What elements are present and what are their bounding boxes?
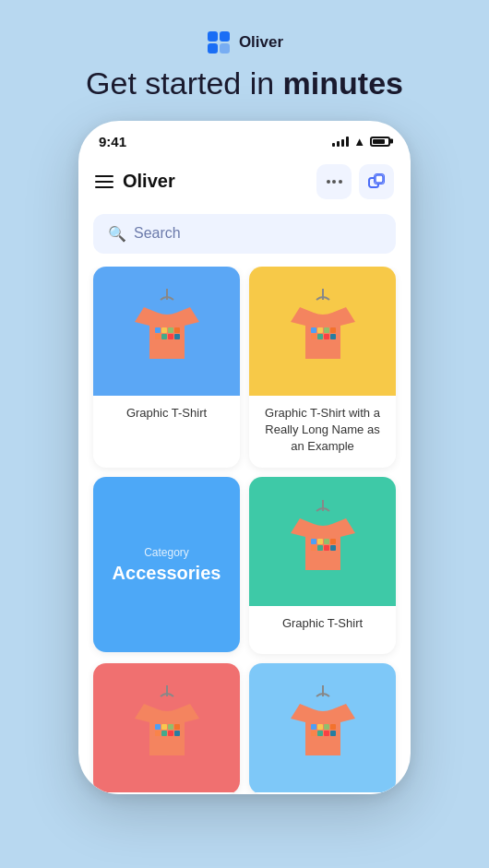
svg-rect-35 (330, 545, 336, 551)
svg-rect-44 (174, 731, 180, 736)
svg-rect-43 (168, 731, 173, 736)
product-image-1 (93, 267, 240, 396)
svg-rect-50 (311, 731, 316, 736)
product-card-2[interactable]: Graphic T-Shirt with a Really Long Name … (249, 267, 396, 468)
category-label-small: Category (144, 546, 189, 559)
svg-rect-31 (330, 539, 336, 544)
nav-left: Oliver (95, 171, 175, 192)
product-card-4[interactable]: Graphic T-Shirt (249, 477, 396, 654)
svg-rect-41 (155, 731, 161, 736)
svg-rect-28 (311, 539, 316, 544)
signal-icon (332, 136, 349, 147)
phone-mockup: 9:41 ▲ Oliver (78, 121, 411, 794)
svg-rect-37 (155, 724, 161, 730)
svg-rect-16 (168, 334, 173, 339)
top-header: Oliver (206, 30, 283, 55)
svg-rect-19 (311, 327, 316, 333)
svg-rect-3 (208, 43, 218, 54)
headline-text1: Get started in (86, 65, 283, 101)
svg-rect-13 (174, 327, 180, 333)
search-icon: 🔍 (108, 225, 126, 243)
product-name-2: Graphic T-Shirt with a Really Long Name … (249, 396, 396, 467)
top-brand-label: Oliver (239, 33, 283, 52)
product-card-1[interactable]: Graphic T-Shirt (93, 267, 240, 468)
tshirt-graphic-1 (125, 287, 209, 375)
svg-rect-32 (311, 545, 316, 551)
svg-rect-1 (208, 31, 218, 42)
status-time: 9:41 (99, 134, 126, 149)
svg-rect-29 (317, 539, 323, 544)
svg-rect-30 (324, 539, 329, 544)
category-label-large: Accessories (113, 563, 221, 584)
tshirt-graphic-6 (281, 684, 364, 771)
svg-rect-33 (317, 545, 323, 551)
svg-rect-52 (324, 731, 329, 736)
battery-icon (370, 137, 390, 147)
svg-rect-25 (324, 334, 329, 339)
svg-rect-12 (168, 327, 173, 333)
product-image-5 (93, 663, 240, 792)
svg-rect-4 (220, 43, 230, 54)
tshirt-graphic-4 (281, 498, 364, 586)
svg-rect-2 (220, 31, 230, 42)
tshirt-graphic-5 (125, 684, 209, 771)
status-bar: 9:41 ▲ (78, 121, 411, 157)
product-card-5[interactable] (93, 663, 240, 794)
svg-rect-24 (317, 334, 323, 339)
product-image-6 (249, 663, 396, 792)
headline: Get started in minutes (67, 65, 422, 102)
pos-button[interactable] (359, 164, 394, 199)
svg-rect-47 (317, 724, 323, 730)
svg-rect-49 (330, 724, 336, 730)
category-card-accessories[interactable]: Category Accessories (93, 477, 240, 652)
svg-rect-46 (311, 724, 316, 730)
headline-bold: minutes (283, 65, 403, 101)
svg-rect-42 (161, 731, 167, 736)
svg-rect-22 (330, 327, 336, 333)
nav-right (316, 164, 394, 199)
product-grid: Graphic T-Shirt Graphic T (78, 267, 411, 794)
app-name-label: Oliver (123, 171, 175, 192)
svg-rect-17 (174, 334, 180, 339)
svg-rect-53 (330, 731, 336, 736)
wifi-icon: ▲ (353, 135, 365, 149)
svg-rect-38 (161, 724, 167, 730)
svg-rect-40 (174, 724, 180, 730)
product-image-4 (249, 477, 396, 606)
product-name-4: Graphic T-Shirt (249, 606, 396, 643)
dots-icon (327, 180, 342, 184)
svg-rect-23 (311, 334, 316, 339)
oliver-logo-icon (206, 30, 232, 55)
svg-rect-26 (330, 334, 336, 339)
svg-rect-15 (161, 334, 167, 339)
product-card-6[interactable] (249, 663, 396, 794)
hamburger-menu-button[interactable] (95, 175, 113, 188)
svg-rect-21 (324, 327, 329, 333)
svg-rect-20 (317, 327, 323, 333)
status-icons: ▲ (332, 135, 390, 149)
svg-rect-34 (324, 545, 329, 551)
svg-rect-48 (324, 724, 329, 730)
svg-rect-11 (161, 327, 167, 333)
more-options-button[interactable] (316, 164, 352, 199)
svg-rect-51 (317, 731, 323, 736)
tshirt-graphic-2 (281, 287, 364, 375)
app-navbar: Oliver (78, 157, 411, 210)
svg-rect-14 (155, 334, 161, 339)
pos-icon (367, 172, 386, 191)
svg-rect-39 (168, 724, 173, 730)
product-image-2 (249, 267, 396, 396)
svg-rect-10 (155, 327, 161, 333)
product-name-1: Graphic T-Shirt (93, 396, 240, 433)
search-placeholder: Search (134, 225, 181, 242)
search-bar[interactable]: 🔍 Search (93, 214, 396, 254)
